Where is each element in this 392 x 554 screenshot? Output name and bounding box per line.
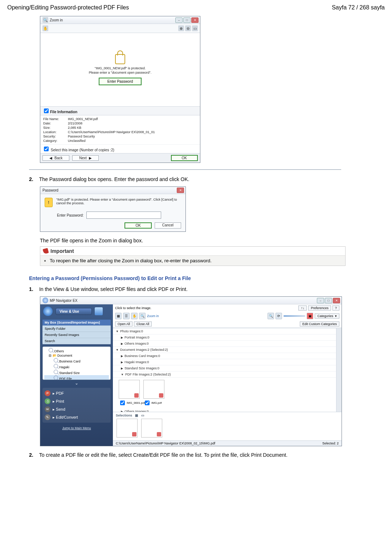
group-portrait[interactable]: ▶Portrait Images:0 <box>113 335 336 341</box>
print-icon: ⎙ <box>45 398 50 404</box>
important-note: Important To reopen the file after closi… <box>40 246 346 266</box>
password-input[interactable] <box>86 212 161 219</box>
thumb-1[interactable]: IMG_0001.pdf <box>119 380 140 406</box>
password-close-button[interactable]: ✕ <box>177 188 184 193</box>
selections-label: Selections <box>116 414 132 417</box>
enter-password-button[interactable]: Enter Password <box>99 78 142 85</box>
search-icon[interactable]: 🔍 <box>268 313 274 319</box>
nav-recent[interactable]: Recently Saved Images <box>42 332 111 338</box>
group-pdffile[interactable]: ▼PDF File Images:2 (Selected:2) <box>113 372 336 378</box>
status-path: C:\Users\UserName\Pictures\MP Navigator … <box>116 442 215 445</box>
view-use-button[interactable]: View & Use <box>56 308 92 315</box>
group-std[interactable]: ▶Standard Size Images:0 <box>113 365 336 372</box>
stack-icon[interactable] <box>95 307 103 315</box>
zoom-ok-button[interactable]: OK <box>171 155 198 161</box>
close-all-button[interactable]: Close All <box>134 321 152 327</box>
step-number-2a: 2. <box>29 176 38 182</box>
open-all-button[interactable]: Open All <box>115 321 132 327</box>
file-info-table: File Name:IMG_0001_NEW.pdf Date:2/21/200… <box>43 117 158 143</box>
page-counter: Sayfa 72 / 268 sayfa <box>332 4 385 11</box>
select-copies-label: Select this image (Number of copies :2) <box>51 148 114 152</box>
nav-specify-folder[interactable]: Specify Folder <box>42 326 111 332</box>
zoom-in-link[interactable]: Zoom in <box>147 314 159 318</box>
actions-panel: P▸ PDF ⎙▸ Print ✉▸ Send ✎▸ Edit/Convert <box>42 388 111 423</box>
zoom-slider[interactable] <box>283 315 305 317</box>
next-button[interactable]: Next▶ <box>72 155 99 161</box>
important-item: To reopen the file after closing the Zoo… <box>50 258 212 263</box>
group-others-top[interactable]: ▶Others Images:0 <box>113 341 336 347</box>
mp-title: MP Navigator EX <box>50 299 78 303</box>
mp-navigator-window: MP Navigator EX – □ ✕ View & Use <box>40 296 342 446</box>
file-info-label: File Information <box>50 110 77 114</box>
refresh-icon[interactable]: ⟳ <box>275 313 282 319</box>
zoom-app-icon: 🔍 <box>42 17 48 23</box>
select-image-checkbox-row[interactable]: Select this image (Number of copies :2) <box>42 148 114 152</box>
group-bcard[interactable]: ▶Business Card Images:0 <box>113 353 336 359</box>
categories-dropdown[interactable]: Categories ▾ <box>315 313 339 319</box>
selections-clear-icon[interactable]: ▭ <box>141 414 144 417</box>
group-hagaki[interactable]: ▶Hagaki Images:0 <box>113 359 336 365</box>
protected-msg-2: Please enter a "document open password". <box>89 71 152 75</box>
password-message: "IMG.pdf" is protected. Please enter a "… <box>56 198 181 205</box>
minimize-button[interactable]: – <box>175 17 183 23</box>
select-image-checkbox[interactable] <box>44 147 49 151</box>
perm-step1-text: In the View & Use window, select PDF fil… <box>39 286 188 292</box>
grid-view-icon[interactable]: ▦ <box>115 313 122 319</box>
zoom-out-icon[interactable]: ⊖ <box>185 25 191 31</box>
zoom-in-icon[interactable]: ⊕ <box>178 25 184 31</box>
action-send[interactable]: ✉▸ Send <box>44 405 109 413</box>
fit-icon[interactable]: ▭ <box>192 25 198 31</box>
enter-password-label: Enter Password: <box>57 213 83 217</box>
password-ok-button[interactable]: OK <box>124 222 151 229</box>
nav-mybox[interactable]: My Box (Scanned/Imported Images) <box>42 320 111 326</box>
step-2-text: The Password dialog box opens. Enter the… <box>39 176 189 182</box>
scrollbar[interactable] <box>336 328 342 412</box>
pdf-icon: P <box>45 390 50 396</box>
action-edit[interactable]: ✎▸ Edit/Convert <box>44 413 109 421</box>
action-pdf[interactable]: P▸ PDF <box>44 389 109 397</box>
help-button[interactable]: ? <box>332 305 339 311</box>
step-number-1b: 1. <box>29 286 38 292</box>
edit-custom-categories-button[interactable]: Edit Custom Categories <box>300 321 339 327</box>
step-number-2b: 2. <box>29 452 38 458</box>
sel-thumb-1[interactable] <box>117 419 138 438</box>
hand-icon[interactable]: ✋ <box>131 313 138 319</box>
back-button[interactable]: ◀Back <box>42 155 69 161</box>
pdf-badge-icon <box>157 432 161 436</box>
list-view-icon[interactable]: ☰ <box>123 313 130 319</box>
pdf-badge-icon <box>132 432 136 436</box>
jump-main-menu-link[interactable]: Jump to Main Menu <box>42 426 111 430</box>
thumb-2-checkbox[interactable] <box>145 401 150 405</box>
sel-thumb-2[interactable] <box>141 419 163 438</box>
zoom-icon[interactable]: 🔍 <box>139 313 146 319</box>
action-print[interactable]: ⎙▸ Print <box>44 397 109 405</box>
maximize-button[interactable]: □ <box>183 17 191 23</box>
thumb-2[interactable]: IMG.pdf <box>143 380 165 406</box>
password-cancel-button[interactable]: Cancel <box>155 222 181 229</box>
sort-button[interactable]: ↑↓ <box>298 305 307 311</box>
category-tree[interactable]: Others ⊟ 📂 Document Business Card Hagaki… <box>42 346 111 380</box>
nav-search[interactable]: Search <box>42 338 111 344</box>
page-title: Opening/Editing Password-protected PDF F… <box>7 4 129 11</box>
file-info-checkbox[interactable] <box>44 108 49 113</box>
selections-grid-icon[interactable]: ▦ <box>135 414 138 417</box>
file-info-toggle[interactable]: File Information <box>42 110 77 114</box>
group-others-bot[interactable]: ▶Others Images:0 <box>113 409 336 412</box>
hand-tool-icon[interactable]: ✋ <box>42 25 48 31</box>
mp-app-icon <box>42 297 48 303</box>
important-icon <box>42 248 49 254</box>
status-selected: Selected: 2 <box>322 442 339 445</box>
mp-close-button[interactable]: ✕ <box>333 298 340 303</box>
group-photo[interactable]: ▼Photo Images:0 <box>113 328 336 335</box>
mp-maximize-button[interactable]: □ <box>325 298 332 303</box>
group-document[interactable]: ▼Document Images:2 (Selected:2) <box>113 347 336 353</box>
warning-icon: ! <box>45 198 53 207</box>
pdf-badge-icon <box>134 393 139 398</box>
divider <box>29 169 341 170</box>
thumb-1-checkbox[interactable] <box>120 401 125 405</box>
important-title: Important <box>50 248 74 254</box>
close-button[interactable]: ✕ <box>191 17 199 23</box>
perm-step2-text: To create a PDF file or edit the file, s… <box>39 452 287 458</box>
mp-minimize-button[interactable]: – <box>317 298 324 303</box>
preferences-button[interactable]: Preferences <box>308 305 331 311</box>
